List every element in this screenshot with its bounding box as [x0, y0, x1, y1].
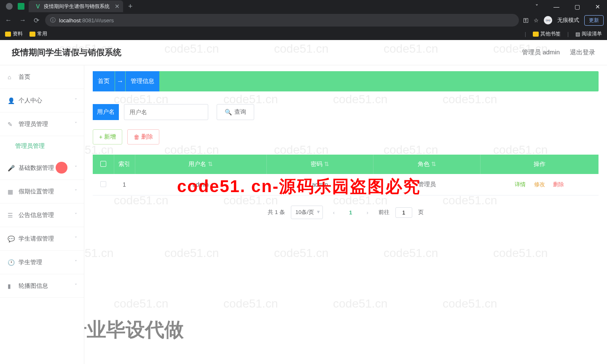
folder-icon	[30, 32, 35, 37]
col-index: 索引	[114, 155, 135, 174]
grid-icon: ▦	[8, 188, 14, 195]
incognito-label: 无痕模式	[557, 16, 579, 24]
folder-icon	[5, 32, 11, 37]
maximize-icon[interactable]: ▢	[571, 2, 583, 12]
globe-icon[interactable]	[6, 3, 13, 10]
update-button[interactable]: 更新	[584, 15, 604, 26]
username-input[interactable]	[124, 104, 208, 120]
col-role[interactable]: 角色 ⇅	[373, 155, 481, 174]
search-label: 用户名	[93, 104, 119, 120]
key-icon[interactable]: ⚿	[523, 17, 529, 24]
close-window-icon[interactable]: ✕	[592, 2, 604, 12]
mic-icon: 🎤	[8, 165, 14, 171]
url-input[interactable]: ⓘ localhost:8081/#/users	[45, 14, 519, 27]
cell-username: admin	[135, 174, 266, 195]
sidebar-item-personal[interactable]: 👤个人中心	[0, 89, 84, 112]
col-ops: 操作	[481, 155, 599, 174]
sidebar-item-home[interactable]: ⌂首页	[0, 65, 84, 89]
cell-password: admin	[266, 174, 373, 195]
vue-icon: V	[35, 3, 41, 10]
query-button[interactable]: 🔍查询	[217, 104, 254, 120]
incognito-icon: 👓	[544, 16, 552, 24]
cell-role: 管理员	[373, 174, 481, 195]
chat-icon: 💬	[8, 236, 14, 242]
cell-index: 1	[114, 174, 135, 195]
cursor-indicator	[56, 162, 67, 174]
edit-link[interactable]: 修改	[534, 181, 545, 187]
star-icon[interactable]: ☆	[534, 17, 539, 24]
col-username[interactable]: 用户名 ⇅	[135, 155, 266, 174]
tab-title: 疫情期间学生请假与销假系统	[44, 3, 110, 10]
clock-icon: 🕐	[8, 259, 14, 266]
sidebar-item-carousel[interactable]: ▮轮播图信息	[0, 274, 84, 298]
next-page-button[interactable]: ›	[362, 208, 372, 217]
sort-icon: ⇅	[324, 161, 329, 167]
logout-button[interactable]: 退出登录	[570, 48, 595, 56]
folder-icon	[533, 32, 539, 37]
select-all-checkbox[interactable]	[100, 161, 106, 167]
back-icon[interactable]: ←	[3, 15, 13, 26]
goto-label: 前往	[379, 209, 389, 216]
reload-icon[interactable]: ⟳	[32, 15, 41, 26]
dropdown-icon[interactable]: ˅	[532, 2, 542, 12]
page-suffix: 页	[418, 209, 424, 216]
browser-chrome: V 疫情期间学生请假与销假系统 ✕ + ˅ — ▢ ✕ ← → ⟳ ⓘ loca…	[0, 0, 607, 40]
pagination: 共 1 条 10条/页 ‹ 1 › 前往 页	[93, 206, 599, 219]
sidebar-item-location[interactable]: ▦假期位置管理	[0, 180, 84, 203]
sidebar-item-leave[interactable]: 💬学生请假管理	[0, 227, 84, 251]
table-row: 1 admin admin 管理员 详情 修改 删除	[93, 174, 599, 195]
app-header: 疫情期间学生请假与销假系统 管理员 admin 退出登录	[0, 40, 607, 65]
action-row: +新增 🗑删除	[93, 129, 599, 145]
page-size-select[interactable]: 10条/页	[291, 206, 323, 219]
plus-icon: +	[99, 134, 102, 140]
browser-tab[interactable]: V 疫情期间学生请假与销假系统 ✕	[29, 0, 123, 12]
row-checkbox[interactable]	[100, 181, 106, 187]
delete-link[interactable]: 删除	[553, 181, 564, 187]
sheet-icon[interactable]	[18, 3, 24, 10]
url-host: localhost	[59, 17, 81, 24]
divider: |	[525, 31, 526, 37]
cell-ops: 详情 修改 删除	[481, 174, 599, 195]
bookmark-folder[interactable]: 资料	[5, 30, 23, 37]
add-button[interactable]: +新增	[93, 129, 122, 145]
prev-page-button[interactable]: ‹	[329, 208, 339, 217]
sidebar-item-student[interactable]: 🕐学生管理	[0, 251, 84, 274]
forward-icon[interactable]: →	[18, 15, 28, 26]
goto-input[interactable]	[395, 207, 412, 218]
address-bar: ← → ⟳ ⓘ localhost:8081/#/users ⚿ ☆ 👓 无痕模…	[0, 13, 607, 28]
tab-bar: V 疫情期间学生请假与销假系统 ✕ + ˅ — ▢ ✕	[0, 0, 607, 13]
breadcrumb-current: 管理信息	[126, 71, 159, 91]
url-path: :8081/#/users	[81, 17, 114, 24]
user-label[interactable]: 管理员 admin	[522, 48, 560, 56]
data-table: 索引 用户名 ⇅ 密码 ⇅ 角色 ⇅ 操作 1 admin admin 管理员 …	[93, 155, 599, 195]
breadcrumb: 首页 → 管理信息	[93, 71, 599, 91]
other-bookmarks[interactable]: 其他书签	[533, 30, 561, 37]
minimize-icon[interactable]: —	[550, 2, 563, 12]
bookmark-bar: 资料 常用 | 其他书签 | ▤ 阅读清单	[0, 28, 607, 40]
page-number[interactable]: 1	[345, 208, 356, 217]
arrow-icon: →	[115, 71, 125, 91]
col-password[interactable]: 密码 ⇅	[266, 155, 373, 174]
sidebar-item-notice[interactable]: ☰公告信息管理	[0, 203, 84, 227]
trash-icon: 🗑	[134, 134, 140, 140]
sort-icon: ⇅	[431, 161, 436, 167]
divider: |	[567, 31, 569, 37]
image-icon: ▮	[8, 283, 14, 289]
sidebar-subitem-admin[interactable]: 管理员管理	[0, 136, 84, 156]
sidebar-item-basedata[interactable]: 🎤基础数据管理	[0, 156, 84, 180]
page-title: 疫情期间学生请假与销假系统	[12, 47, 121, 58]
search-icon: 🔍	[225, 109, 232, 115]
detail-link[interactable]: 详情	[515, 181, 526, 187]
breadcrumb-home[interactable]: 首页	[93, 71, 115, 91]
delete-button[interactable]: 🗑删除	[127, 129, 159, 145]
new-tab-button[interactable]: +	[128, 2, 133, 11]
sidebar-item-admin[interactable]: ✎管理员管理	[0, 112, 84, 136]
close-icon[interactable]: ✕	[115, 3, 120, 10]
home-icon: ⌂	[8, 74, 14, 80]
edit-icon: ✎	[8, 121, 14, 128]
reading-list[interactable]: ▤ 阅读清单	[575, 30, 602, 37]
bookmark-folder[interactable]: 常用	[30, 30, 47, 37]
total-label: 共 1 条	[268, 209, 285, 216]
search-row: 用户名 🔍查询	[93, 104, 599, 120]
window-controls: ˅ — ▢ ✕	[532, 2, 604, 12]
